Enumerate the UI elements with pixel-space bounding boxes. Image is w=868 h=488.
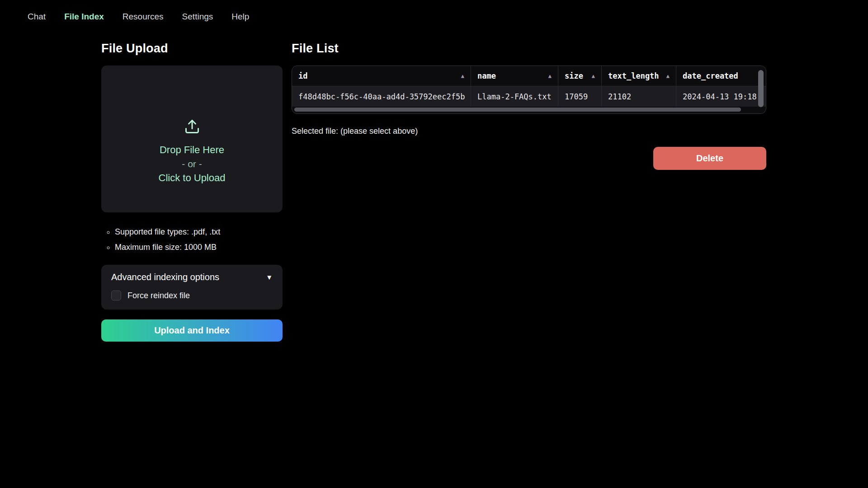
table-row[interactable]: f48d48bc-f56c-40aa-ad4d-35792eec2f5bLlam… [292,86,766,107]
nav-item-chat[interactable]: Chat [28,12,46,22]
nav-item-file-index[interactable]: File Index [64,12,104,22]
table-cell-id[interactable]: f48d48bc-f56c-40aa-ad4d-35792eec2f5b [292,86,471,107]
table-horizontal-scrollbar[interactable] [294,108,741,112]
file-table-body: f48d48bc-f56c-40aa-ad4d-35792eec2f5bLlam… [292,86,766,107]
main-content: File Upload Drop File Here - or - Click … [0,42,868,342]
column-header-date-created[interactable]: date_created [676,66,766,86]
file-dropzone[interactable]: Drop File Here - or - Click to Upload [101,66,283,212]
nav-item-help[interactable]: Help [231,12,249,22]
upload-note: Maximum file size: 1000 MB [115,239,283,255]
file-upload-section: File Upload Drop File Here - or - Click … [101,42,283,342]
upload-icon [184,118,200,136]
column-label: id [298,71,307,80]
file-list-title: File List [292,42,766,56]
selected-file-status: Selected file: (please select above) [292,127,766,136]
advanced-options-accordion: Advanced indexing options ▼ Force reinde… [101,265,283,310]
top-nav: ChatFile IndexResourcesSettingsHelp [0,0,868,22]
drop-file-label: Drop File Here [160,143,224,157]
column-label: date_created [683,71,738,80]
column-label: name [477,71,496,80]
advanced-options-title: Advanced indexing options [111,272,219,282]
file-upload-title: File Upload [101,42,283,56]
advanced-options-body: Force reindex file [111,291,273,300]
upload-notes-list: Supported file types: .pdf, .txtMaximum … [101,224,283,255]
upload-and-index-button[interactable]: Upload and Index [101,319,283,342]
column-header-name[interactable]: name▲ [471,66,558,86]
chevron-down-icon: ▼ [266,273,273,281]
nav-item-settings[interactable]: Settings [182,12,213,22]
or-label: - or - [182,157,202,171]
click-to-upload-link[interactable]: Click to Upload [159,171,226,185]
table-vertical-scrollbar[interactable] [758,70,764,107]
file-table-header-row: id▲name▲size▲text_length▲date_created [292,66,766,86]
column-header-size[interactable]: size▲ [558,66,601,86]
force-reindex-label: Force reindex file [127,291,190,300]
table-cell-text-length[interactable]: 21102 [601,86,676,107]
table-cell-date-created[interactable]: 2024-04-13 19:18: [676,86,766,107]
sort-icon[interactable]: ▲ [548,73,552,79]
file-list-section: File List id▲name▲size▲text_length▲date_… [292,42,766,170]
column-label: text_length [608,71,659,80]
nav-item-resources[interactable]: Resources [123,12,164,22]
advanced-options-header[interactable]: Advanced indexing options ▼ [111,272,273,282]
delete-button[interactable]: Delete [653,147,766,170]
force-reindex-checkbox[interactable] [111,291,121,300]
upload-note: Supported file types: .pdf, .txt [115,224,283,239]
sort-icon[interactable]: ▲ [592,73,595,79]
column-label: size [565,71,583,80]
table-cell-size[interactable]: 17059 [558,86,601,107]
column-header-text-length[interactable]: text_length▲ [601,66,676,86]
sort-icon[interactable]: ▲ [666,73,670,79]
column-header-id[interactable]: id▲ [292,66,471,86]
sort-icon[interactable]: ▲ [461,73,464,79]
table-cell-name[interactable]: Llama-2-FAQs.txt [471,86,558,107]
file-table: id▲name▲size▲text_length▲date_created f4… [292,66,766,114]
